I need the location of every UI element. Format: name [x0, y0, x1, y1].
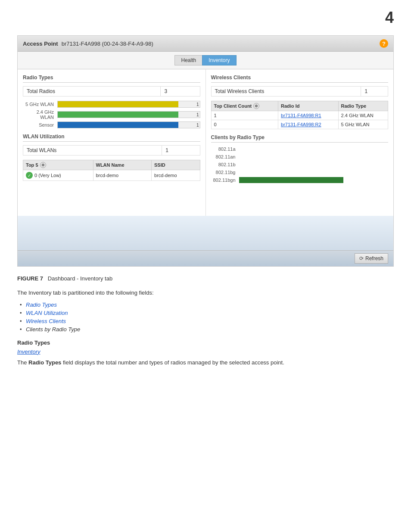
radio-type-bar-80211bgn — [239, 177, 389, 183]
list-item: Radio Types — [26, 302, 394, 308]
radio-type-label-80211an: 802.11an — [211, 154, 239, 159]
radio-type-row-80211an: 802.11an — [211, 154, 389, 160]
radio-bars: 5 GHz WLAN 1 2.4 GHz WLAN 1 Sensor — [23, 101, 200, 128]
wlan-name-header: WLAN Name — [93, 160, 152, 170]
wlan-status-cell: ✓ 0 (Very Low) — [23, 170, 93, 181]
panel-content: Radio Types Total Radios 3 5 GHz WLAN 1 — [18, 69, 393, 216]
client-count-2: 0 — [211, 120, 278, 129]
help-icon[interactable]: ? — [380, 39, 388, 48]
radio-bar-24ghz: 2.4 GHz WLAN 1 — [23, 109, 200, 120]
radio-type-header: Radio Type — [338, 101, 388, 111]
top-client-circle-icon: ⊕ — [253, 103, 259, 109]
radio-bar-sensor-container: 1 — [57, 121, 200, 128]
radio-bar-5ghz-label: 5 GHz WLAN — [23, 102, 57, 107]
bullet-list: Radio Types WLAN Utilization Wireless Cl… — [26, 302, 394, 333]
radio-bar-sensor: Sensor 1 — [23, 121, 200, 128]
radio-type-bar-80211b — [239, 162, 389, 168]
inventory-link[interactable]: Inventory — [17, 348, 394, 355]
figure-label: FIGURE 7 — [17, 275, 43, 282]
table-row: 1 br7131-F4A998:R1 2.4 GHz WLAN — [211, 111, 388, 120]
radio-type-row-80211a: 802.11a — [211, 146, 389, 152]
total-radios-table: Total Radios 3 — [23, 86, 200, 96]
clients-by-radio-type-bars: 802.11a 802.11an 802.11b 802.11bg 802.11… — [211, 146, 389, 183]
radio-id-1: br7131-F4A998:R1 — [278, 111, 339, 120]
total-wlans-value: 1 — [162, 146, 200, 156]
radio-bar-5ghz-count: 1 — [196, 101, 199, 108]
radio-type-label-80211b: 802.11b — [211, 162, 239, 167]
table-row: ✓ 0 (Very Low) brcd-demo brcd-demo — [23, 170, 200, 181]
wlan-utilization-title: WLAN Utilization — [23, 134, 200, 142]
top5-wlan-table: Top 5 ⊕ WLAN Name SSID ✓ — [23, 160, 200, 181]
radio-type-bar-80211an — [239, 154, 389, 160]
right-column: Wireless Clients Total Wireless Clients … — [206, 69, 394, 216]
list-item: WLAN Utilization — [26, 310, 394, 316]
radio-bar-24ghz-count: 1 — [196, 112, 199, 118]
top5-header: Top 5 ⊕ — [23, 160, 93, 170]
tabs-row: Health Inventory — [18, 52, 393, 69]
list-item: Clients by Radio Type — [26, 326, 394, 333]
total-wlans-label: Total WLANs — [23, 146, 162, 156]
intro-text: The Inventory tab is partitioned into th… — [17, 289, 394, 297]
radio-bar-24ghz-container: 1 — [57, 111, 200, 118]
radio-bar-24ghz-fill — [58, 112, 178, 118]
top-client-count-header: Top Client Count ⊕ — [211, 101, 278, 111]
list-item: Wireless Clients — [26, 318, 394, 324]
total-radios-label: Total Radios — [23, 87, 161, 96]
radio-bar-5ghz-container: 1 — [57, 101, 200, 108]
gray-bg-area — [18, 216, 393, 250]
radio-bar-5ghz: 5 GHz WLAN 1 — [23, 101, 200, 108]
total-wireless-clients-value: 1 — [361, 87, 388, 96]
radio-bar-sensor-label: Sensor — [23, 122, 57, 128]
tab-inventory[interactable]: Inventory — [202, 55, 236, 65]
radio-type-bar-80211bgn-fill — [239, 177, 344, 183]
radio-bar-24ghz-label: 2.4 GHz WLAN — [23, 109, 57, 120]
clients-by-radio-type-item: Clients by Radio Type — [26, 326, 80, 333]
description-text: The Radio Types field displays the total… — [17, 358, 394, 367]
table-row: 0 br7131-F4A998:R2 5 GHz WLAN — [211, 120, 388, 129]
total-wlans-table: Total WLANs 1 — [23, 145, 200, 156]
total-wireless-clients-table: Total Wireless Clients 1 — [211, 86, 389, 96]
radio-type-label-80211bg: 802.11bg — [211, 170, 239, 175]
wireless-clients-title: Wireless Clients — [211, 75, 389, 83]
radio-bar-sensor-count: 1 — [196, 122, 199, 129]
radio-type-1: 2.4 GHz WLAN — [338, 111, 388, 120]
refresh-button[interactable]: ⟳ Refresh — [355, 253, 388, 264]
ssid-header: SSID — [152, 160, 200, 170]
radio-bar-sensor-fill — [58, 122, 178, 128]
radio-type-bar-80211bg — [239, 169, 389, 175]
total-wireless-clients-label: Total Wireless Clients — [211, 87, 361, 96]
status-check-icon: ✓ — [26, 172, 33, 179]
radio-type-label-80211bgn: 802.11bgn — [211, 177, 239, 183]
ssid-cell: brcd-demo — [152, 170, 200, 181]
radio-types-section-title: Radio Types — [23, 75, 200, 83]
panel-title-label: Access Point — [23, 40, 58, 47]
radio-types-link[interactable]: Radio Types — [26, 302, 57, 308]
radio-type-row-80211b: 802.11b — [211, 162, 389, 168]
clients-by-radio-type-title: Clients by Radio Type — [211, 134, 389, 143]
wireless-clients-link[interactable]: Wireless Clients — [26, 318, 66, 324]
radio-type-row-80211bgn: 802.11bgn — [211, 177, 389, 183]
client-count-1: 1 — [211, 111, 278, 120]
radio-type-bar-80211a — [239, 146, 389, 152]
radio-bar-5ghz-fill — [58, 101, 178, 107]
total-radios-value: 3 — [161, 87, 200, 96]
top5-circle-icon: ⊕ — [40, 162, 46, 168]
page-number: 4 — [17, 9, 394, 27]
panel-header: Access Point br7131-F4A998 (00-24-38-F4-… — [18, 36, 393, 52]
dashboard-panel: Access Point br7131-F4A998 (00-24-38-F4-… — [17, 35, 394, 267]
refresh-icon: ⟳ — [359, 255, 364, 261]
figure-caption: FIGURE 7 Dashboard - Inventory tab — [17, 275, 394, 282]
radio-id-header: Radio Id — [278, 101, 339, 111]
radio-id-2: br7131-F4A998:R2 — [278, 120, 339, 129]
radio-types-heading: Radio Types — [17, 339, 394, 346]
panel-header-left: Access Point br7131-F4A998 (00-24-38-F4-… — [23, 40, 153, 47]
wlan-name-cell: brcd-demo — [93, 170, 152, 181]
radio-type-row-80211bg: 802.11bg — [211, 169, 389, 175]
radio-type-2: 5 GHz WLAN — [338, 120, 388, 129]
figure-caption-text: Dashboard - Inventory tab — [48, 275, 112, 282]
wlan-utilization-link[interactable]: WLAN Utilization — [26, 310, 68, 316]
top-client-table: Top Client Count ⊕ Radio Id Radio Type 1… — [211, 101, 389, 129]
radio-type-label-80211a: 802.11a — [211, 146, 239, 152]
tab-health[interactable]: Health — [174, 55, 202, 65]
left-column: Radio Types Total Radios 3 5 GHz WLAN 1 — [18, 69, 206, 216]
